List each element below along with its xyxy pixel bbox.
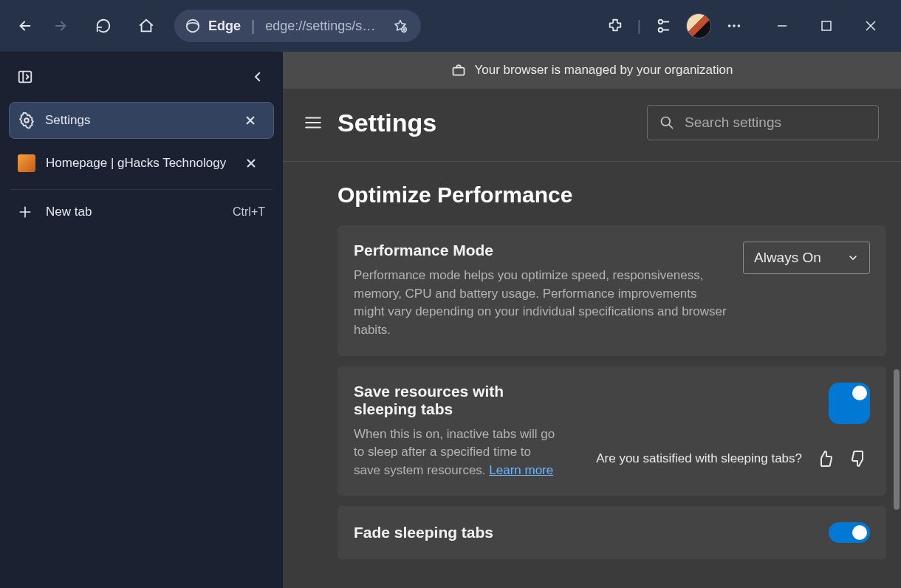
address-url: edge://settings/s… bbox=[265, 18, 375, 34]
plus-icon bbox=[18, 205, 32, 219]
thumbs-down-button[interactable] bbox=[848, 448, 870, 470]
settings-menu-button[interactable] bbox=[304, 113, 323, 132]
extensions-button[interactable] bbox=[600, 11, 630, 41]
fade-sleeping-tabs-toggle[interactable] bbox=[829, 522, 870, 543]
svg-point-11 bbox=[662, 117, 671, 126]
maximize-button[interactable] bbox=[814, 13, 839, 38]
search-icon bbox=[660, 115, 674, 130]
managed-text: Your browser is managed by your organiza… bbox=[475, 63, 733, 78]
search-settings-input[interactable] bbox=[685, 114, 866, 131]
svg-point-9 bbox=[24, 118, 29, 123]
svg-rect-8 bbox=[19, 72, 32, 83]
new-tab-shortcut: Ctrl+T bbox=[233, 205, 265, 219]
tab-label: Homepage | gHacks Technology bbox=[46, 156, 236, 171]
sleeping-tabs-desc: When this is on, inactive tabs will go t… bbox=[354, 425, 561, 480]
minimize-button[interactable] bbox=[770, 13, 795, 38]
sleeping-tabs-toggle[interactable] bbox=[829, 383, 870, 424]
address-app-label: Edge bbox=[208, 18, 241, 34]
tab-settings[interactable]: Settings bbox=[9, 102, 274, 139]
card-performance-mode: Performance Mode Performance mode helps … bbox=[338, 225, 886, 356]
address-bar[interactable]: Edge | edge://settings/s… bbox=[174, 10, 421, 42]
vertical-tabs-sidebar: Settings Homepage | gHacks Technology Ne… bbox=[0, 52, 283, 588]
collapse-sidebar-button[interactable] bbox=[244, 64, 271, 90]
more-button[interactable] bbox=[719, 11, 749, 41]
avatar bbox=[686, 13, 711, 38]
close-tab-button[interactable] bbox=[246, 158, 265, 168]
feedback-question: Are you satisified with sleeping tabs? bbox=[596, 451, 802, 466]
svg-rect-10 bbox=[453, 68, 464, 75]
fade-title: Fade sleeping tabs bbox=[354, 524, 493, 541]
svg-point-6 bbox=[738, 24, 741, 27]
perf-mode-desc: Performance mode helps you optimize spee… bbox=[354, 267, 728, 340]
briefcase-icon bbox=[451, 63, 466, 78]
new-tab-button[interactable]: New tab Ctrl+T bbox=[0, 194, 283, 230]
window-controls bbox=[770, 13, 883, 38]
profile-button[interactable] bbox=[684, 11, 713, 41]
perf-mode-title: Performance Mode bbox=[354, 242, 728, 259]
collections-button[interactable] bbox=[648, 11, 678, 41]
card-fade-sleeping-tabs: Fade sleeping tabs bbox=[338, 506, 886, 559]
favorite-icon[interactable] bbox=[393, 18, 408, 33]
refresh-button[interactable] bbox=[89, 11, 118, 41]
chevron-down-icon bbox=[847, 252, 859, 264]
managed-bar: Your browser is managed by your organiza… bbox=[283, 52, 901, 89]
edge-logo-icon bbox=[185, 18, 201, 34]
tab-label: Settings bbox=[45, 113, 235, 128]
svg-rect-7 bbox=[822, 21, 831, 30]
perf-mode-selected: Always On bbox=[754, 250, 821, 266]
tab-homepage[interactable]: Homepage | gHacks Technology bbox=[9, 145, 274, 182]
perf-mode-dropdown[interactable]: Always On bbox=[743, 242, 870, 274]
site-favicon bbox=[18, 154, 35, 172]
settings-title: Settings bbox=[338, 109, 436, 137]
address-separator: | bbox=[251, 18, 255, 35]
svg-point-5 bbox=[733, 24, 736, 27]
forward-button bbox=[46, 11, 75, 41]
settings-header: Settings bbox=[283, 89, 901, 162]
svg-point-0 bbox=[187, 20, 199, 33]
toolbar-separator: | bbox=[637, 18, 641, 35]
back-button[interactable] bbox=[10, 11, 40, 41]
search-settings-box[interactable] bbox=[647, 105, 879, 140]
content-area: Your browser is managed by your organiza… bbox=[283, 52, 901, 588]
tab-actions-button[interactable] bbox=[12, 64, 38, 90]
card-sleeping-tabs: Save resources with sleeping tabs When t… bbox=[338, 366, 886, 496]
tabs-separator bbox=[10, 189, 273, 190]
svg-point-2 bbox=[659, 20, 663, 24]
new-tab-label: New tab bbox=[46, 205, 92, 219]
settings-body: Optimize Performance Performance Mode Pe… bbox=[283, 162, 901, 580]
close-tab-button[interactable] bbox=[245, 115, 264, 126]
svg-point-3 bbox=[659, 28, 663, 33]
close-window-button[interactable] bbox=[858, 13, 883, 38]
thumbs-up-button[interactable] bbox=[814, 448, 836, 470]
scrollbar-thumb[interactable] bbox=[894, 369, 900, 510]
titlebar: Edge | edge://settings/s… | bbox=[0, 0, 901, 52]
svg-point-4 bbox=[728, 24, 731, 27]
sleeping-tabs-title: Save resources with sleeping tabs bbox=[354, 383, 561, 418]
section-title: Optimize Performance bbox=[338, 182, 886, 208]
home-button[interactable] bbox=[131, 11, 161, 41]
learn-more-link[interactable]: Learn more bbox=[489, 463, 553, 477]
gear-icon bbox=[18, 112, 35, 129]
